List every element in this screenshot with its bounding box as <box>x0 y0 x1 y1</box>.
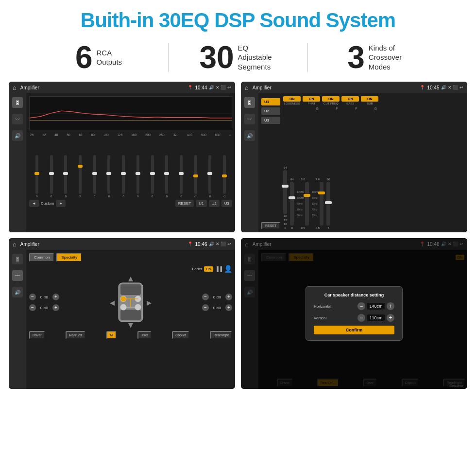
tab-specialty[interactable]: Specialty <box>56 253 82 262</box>
loudness-on-btn[interactable]: ON <box>283 96 301 102</box>
rear-left-button[interactable]: RearLeft <box>66 331 85 339</box>
eq-reset-button[interactable]: RESET <box>175 200 194 207</box>
speaker-screen: ⌂ Amplifier 📍 10:46 🔊 ✕ ⬛ ↩ 🎛 〰 🔊 Common… <box>9 238 235 389</box>
svg-rect-3 <box>120 284 141 295</box>
eq-val-3: 5 <box>79 195 81 198</box>
sidebar-wave-icon[interactable]: 〰 <box>12 114 23 124</box>
db-plus-rb[interactable]: + <box>225 304 232 311</box>
eq-u1-button[interactable]: U1 <box>196 200 206 207</box>
svg-marker-13 <box>128 323 133 328</box>
dialog-h-plus[interactable]: + <box>387 302 394 310</box>
eq-slider-1[interactable]: 0 <box>45 155 58 198</box>
user-tab-u3[interactable]: U3 <box>261 117 280 124</box>
eq-val-12: 0 <box>209 195 211 198</box>
home-icon-speaker[interactable]: ⌂ <box>13 241 17 248</box>
right-db-controls: − 0 dB + − 0 dB + <box>202 294 232 311</box>
eq-screen: ⌂ Amplifier 📍 10:44 🔊 ✕ ⬛ ↩ 🎛 〰 🔊 <box>9 82 235 232</box>
eq-slider-0[interactable]: 0 <box>30 155 44 198</box>
stat-label-rca: RCA Outputs <box>97 48 122 67</box>
eq-prev-button[interactable]: ◄ <box>29 200 39 207</box>
eq-slider-5[interactable]: 0 <box>102 155 116 198</box>
speaker-tune-icon[interactable]: 🎛 <box>12 254 23 264</box>
eq-val-8: 0 <box>152 195 153 198</box>
status-bar-crossover: ⌂ Amplifier 📍 10:45 🔊 ✕ ⬛ ↩ <box>241 82 467 93</box>
db-control-left-bot: − 0 dB + <box>29 304 59 311</box>
dialog-vertical-ctrl: − 110cm + <box>357 314 394 322</box>
dialog-vertical-label: Vertical <box>314 316 326 320</box>
db-value-rt: 0 dB <box>210 295 224 299</box>
sub-slider[interactable] <box>326 182 330 226</box>
db-minus-lt[interactable]: − <box>29 294 36 300</box>
db-plus-rt[interactable]: + <box>225 294 232 300</box>
eq-val-5: 0 <box>108 195 110 198</box>
eq-u3-button[interactable]: U3 <box>221 200 232 207</box>
crossover-speaker-icon[interactable]: 🔊 <box>244 130 255 141</box>
car-diagram <box>61 276 200 329</box>
crossover-wave-icon[interactable]: 〰 <box>244 114 255 124</box>
crossover-reset-button[interactable]: RESET <box>261 222 280 229</box>
eq-toolbar-icons: 🔊 ✕ ⬛ ↩ <box>209 85 231 90</box>
sub-on-btn[interactable]: ON <box>361 96 378 102</box>
speaker-speaker-icon[interactable]: 🔊 <box>12 287 23 297</box>
cutfreq-on-btn[interactable]: ON <box>322 96 340 102</box>
driver-button[interactable]: Driver <box>29 331 45 339</box>
all-button[interactable]: All <box>106 331 117 339</box>
fader-on-toggle[interactable]: ON <box>204 266 213 272</box>
sidebar-speaker-icon[interactable]: 🔊 <box>12 130 23 141</box>
eq-next-button[interactable]: ► <box>56 200 66 207</box>
loudness-slider[interactable] <box>283 170 287 214</box>
db-plus-lb[interactable]: + <box>52 304 59 311</box>
user-button[interactable]: User <box>137 331 152 339</box>
eq-slider-4[interactable]: 0 <box>88 155 102 198</box>
dialog-v-minus[interactable]: − <box>357 314 365 322</box>
db-minus-rb[interactable]: − <box>202 304 209 311</box>
eq-slider-9[interactable]: 0 <box>160 155 173 198</box>
eq-screen-content: 🎛 〰 🔊 2532405063 801001251602 <box>9 93 235 232</box>
user-tab-u1[interactable]: U1 <box>261 98 280 105</box>
eq-slider-12[interactable]: 0 <box>204 155 217 198</box>
stat-label-eq: EQ Adjustable Segments <box>238 43 277 72</box>
db-minus-rt[interactable]: − <box>202 294 209 300</box>
cutfreq-slider[interactable] <box>305 182 309 226</box>
fader-row: Fader ON ▐▐ 👤 <box>29 265 232 273</box>
eq-u2-button[interactable]: U2 <box>209 200 220 207</box>
rear-right-button[interactable]: RearRight <box>210 331 232 339</box>
user-profile-icon[interactable]: 👤 <box>224 265 232 273</box>
phat-slider[interactable] <box>290 182 294 226</box>
status-bar-speaker: ⌂ Amplifier 📍 10:46 🔊 ✕ ⬛ ↩ <box>9 238 235 250</box>
user-tab-u2[interactable]: U2 <box>261 107 280 115</box>
bass-slider[interactable] <box>320 182 323 226</box>
dialog-confirm-button[interactable]: Confirm <box>314 326 394 334</box>
db-plus-lt[interactable]: + <box>52 294 59 300</box>
dialog-overlay: Car speaker distance setting Horizontal … <box>241 238 467 389</box>
dialog-v-plus[interactable]: + <box>387 314 394 322</box>
phat-on-btn[interactable]: ON <box>303 96 320 102</box>
eq-val-6: 0 <box>123 195 124 198</box>
page-title: Buith-in 30EQ DSP Sound System <box>0 9 476 32</box>
home-icon-eq[interactable]: ⌂ <box>13 84 17 91</box>
eq-slider-6[interactable]: 0 <box>117 155 130 198</box>
eq-slider-13[interactable]: -1 <box>218 155 231 198</box>
eq-slider-8[interactable]: 0 <box>146 155 159 198</box>
sidebar-tune-icon[interactable]: 🎛 <box>12 97 23 108</box>
bass-on-btn[interactable]: ON <box>341 96 359 102</box>
eq-slider-7[interactable]: 0 <box>131 155 145 198</box>
dialog-horizontal-row: Horizontal − 140cm + <box>314 302 394 310</box>
phat-slider-group: 64 0 <box>290 178 294 229</box>
eq-slider-2[interactable]: 0 <box>59 155 72 198</box>
crossover-screen: ⌂ Amplifier 📍 10:45 🔊 ✕ ⬛ ↩ 🎛 〰 🔊 U1 U2 … <box>241 82 467 232</box>
home-icon-crossover[interactable]: ⌂ <box>245 84 249 91</box>
dialog-h-minus[interactable]: − <box>357 302 365 310</box>
tab-common[interactable]: Common <box>29 253 54 262</box>
speaker-time: 10:46 <box>195 242 207 247</box>
stat-eq: 30 EQ Adjustable Segments <box>169 42 307 73</box>
dialog-vertical-row: Vertical − 110cm + <box>314 314 394 322</box>
speaker-wave-icon[interactable]: 〰 <box>12 270 23 281</box>
db-minus-lb[interactable]: − <box>29 304 36 311</box>
dialog-horizontal-ctrl: − 140cm + <box>357 302 394 310</box>
crossover-tune-icon[interactable]: 🎛 <box>244 97 255 108</box>
eq-slider-10[interactable]: 0 <box>174 155 188 198</box>
copilot-button[interactable]: Copilot <box>172 331 189 339</box>
eq-slider-11[interactable]: -1 <box>189 155 203 198</box>
eq-slider-3[interactable]: 5 <box>73 155 87 198</box>
